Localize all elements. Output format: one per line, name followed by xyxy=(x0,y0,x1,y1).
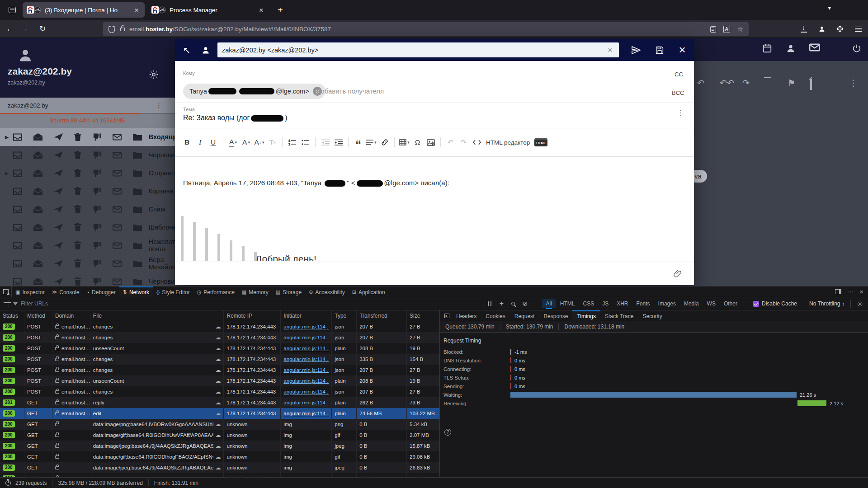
blockquote-button[interactable]: “ xyxy=(352,136,365,149)
devtools-tab[interactable]: {} Style Editor xyxy=(153,286,193,297)
table-row[interactable]: 200 GET data:image/gif;base64,R0lGODlhog… xyxy=(0,451,439,462)
sidebar-folder-item[interactable]: ▶ Отправленные ⋮ xyxy=(0,164,175,182)
source-editor-icon[interactable] xyxy=(470,136,483,149)
devtools-close-icon[interactable]: × xyxy=(859,288,863,296)
type-filter-pill[interactable]: All xyxy=(542,299,555,308)
bold-button[interactable]: B xyxy=(180,136,193,149)
initiator-link[interactable]: angular.min.js:114 … xyxy=(283,400,329,405)
column-header[interactable]: Type xyxy=(332,310,357,321)
devtools-tab[interactable]: ⊞ Application xyxy=(349,286,389,297)
power-icon[interactable] xyxy=(852,43,862,53)
menu-hamburger-icon[interactable] xyxy=(851,22,865,36)
font-color-button[interactable]: A▾ xyxy=(226,136,240,149)
sidebar-folder-item[interactable]: ▶ Вера Михайловна ⋮ xyxy=(0,254,175,272)
collapse-arrow-icon[interactable]: ↖ xyxy=(179,43,194,57)
table-row[interactable]: 200 POST email.host… changes☁ 178.172.17… xyxy=(0,332,439,343)
throttling-select[interactable]: No Throttling↕ xyxy=(809,300,844,307)
browser-tab[interactable]: (3) Входящие | Почта | Но × xyxy=(23,2,145,18)
table-button[interactable]: ▾ xyxy=(398,136,411,149)
table-row[interactable]: 201 GET email.host… reply☁ 178.172.174.2… xyxy=(0,397,439,408)
back-button[interactable]: ← xyxy=(3,22,17,36)
table-row[interactable]: 200 POST email.host… unseenCount☁ 178.17… xyxy=(0,343,439,354)
message-menu-kebab-icon[interactable]: ⋮ xyxy=(849,78,858,88)
sidebar-folder-item[interactable]: ▶ Входящие 3 ⋮ xyxy=(0,128,175,146)
details-tab[interactable]: Cookies xyxy=(481,310,509,321)
reply-icon[interactable]: ↶ xyxy=(697,78,704,88)
reader-view-icon[interactable] xyxy=(710,26,716,33)
extensions-puzzle-icon[interactable] xyxy=(833,22,847,36)
bcc-button[interactable]: BCC xyxy=(672,89,684,96)
link-button[interactable] xyxy=(378,136,391,149)
table-row[interactable]: 200 GET email.host… edit☁ 178.172.174.23… xyxy=(0,408,439,419)
mail-icon[interactable] xyxy=(809,43,820,52)
column-header[interactable]: File xyxy=(90,310,224,321)
initiator-link[interactable]: img xyxy=(283,454,292,460)
attach-paperclip-icon[interactable] xyxy=(673,269,682,279)
account-menu-kebab-icon[interactable]: ⋮ xyxy=(156,101,162,109)
chevron-right-icon[interactable]: ▶ xyxy=(0,135,9,140)
details-tab[interactable]: Response xyxy=(539,310,572,321)
flag-icon[interactable]: ⚑ xyxy=(788,78,795,88)
details-tab[interactable]: Timings xyxy=(572,310,600,321)
table-row[interactable]: 200 GET data:image/jpeg;base64,/9j/4AAQS… xyxy=(0,462,439,473)
details-tab[interactable]: Security xyxy=(638,310,666,321)
type-filter-pill[interactable]: Media xyxy=(680,299,703,308)
forward-button[interactable]: → xyxy=(17,22,32,36)
initiator-link[interactable]: angular.min.js:114 … xyxy=(283,389,329,394)
add-recipient-placeholder[interactable]: Добавить получателя xyxy=(316,87,384,95)
sidebar-folder-item[interactable]: ▶ Шаблоны ⋮ xyxy=(0,218,175,236)
initiator-link[interactable]: img xyxy=(283,432,292,438)
sidebar-folder-item[interactable]: ▶ Корзина ⋮ xyxy=(0,182,175,200)
devtools-tab[interactable]: ▦ Memory xyxy=(238,286,272,297)
column-header[interactable]: Initiator xyxy=(281,310,332,321)
toggle-panel-icon[interactable]: ▶ xyxy=(442,310,452,321)
devtools-tab[interactable]: ⇅ Network xyxy=(119,286,153,297)
account-button[interactable] xyxy=(815,22,829,36)
type-filter-pill[interactable]: Images xyxy=(655,299,679,308)
special-char-button[interactable]: Ω xyxy=(411,136,424,149)
initiator-link[interactable]: img xyxy=(283,443,292,449)
bookmark-star-icon[interactable]: ☆ xyxy=(737,25,743,33)
column-header[interactable]: Transferred xyxy=(357,310,407,321)
open-in-new-icon[interactable] xyxy=(810,80,812,89)
details-tab[interactable]: Stack Trace xyxy=(600,310,638,321)
type-filter-pill[interactable]: CSS xyxy=(580,299,598,308)
sidebar-folder-item[interactable]: ▶ Нежелательная почта ⋮ xyxy=(0,236,175,254)
translate-icon[interactable]: A xyxy=(723,26,730,33)
initiator-link[interactable]: angular.min.js:114 … xyxy=(283,346,329,351)
table-row[interactable]: 200 POST email.host… changes☁ 178.172.17… xyxy=(0,365,439,375)
initiator-link[interactable]: angular.min.js:114 … xyxy=(283,367,329,373)
redo-button[interactable]: ↷ xyxy=(457,136,470,149)
contacts-icon[interactable] xyxy=(786,43,796,53)
column-header[interactable]: Status xyxy=(0,310,24,321)
compose-body[interactable]: Пятница, Апрель 17, 2026 08:48 +03, "Tan… xyxy=(183,179,449,187)
align-button[interactable]: ▾ xyxy=(365,136,378,149)
save-draft-button[interactable] xyxy=(652,43,667,57)
sidebar-folder-item[interactable]: ▶ Спам ⋮ xyxy=(0,200,175,218)
calendar-icon[interactable] xyxy=(762,43,772,53)
url-bar[interactable]: email.hoster.by/SOGo/so/zakaz@202.by/Mai… xyxy=(103,22,749,36)
undo-button[interactable]: ↶ xyxy=(444,136,457,149)
lock-icon[interactable] xyxy=(120,28,125,31)
bullet-list-button[interactable] xyxy=(299,136,312,149)
recipient-chip[interactable]: Tanya @lge.com> × xyxy=(183,84,326,99)
tab-close-icon[interactable]: × xyxy=(257,6,265,14)
subject-options-kebab-icon[interactable]: ⋮ xyxy=(677,108,684,117)
pause-recording-icon[interactable] xyxy=(485,299,495,308)
reply-all-icon[interactable]: ↶↶ xyxy=(720,78,734,88)
column-header[interactable]: Remote IP xyxy=(224,310,281,321)
underline-button[interactable]: U xyxy=(207,136,220,149)
italic-button[interactable]: I xyxy=(193,136,207,149)
table-row[interactable]: 200 POST email.host… changes☁ 178.172.17… xyxy=(0,386,439,397)
initiator-link[interactable]: angular.min.js:114 … xyxy=(283,378,329,384)
pick-element-icon[interactable] xyxy=(0,286,12,297)
devtools-tab[interactable]: ≫ Console xyxy=(48,286,83,297)
contacts-person-icon[interactable] xyxy=(198,43,213,57)
initiator-link[interactable]: img xyxy=(283,422,292,427)
forward-icon[interactable]: ↷ xyxy=(742,78,750,88)
initiator-link[interactable]: angular.min.js:114 … xyxy=(283,357,329,362)
clear-format-button[interactable]: Tx xyxy=(266,136,279,149)
details-tab[interactable]: Headers xyxy=(452,310,481,321)
initiator-link[interactable]: angular.min.js:114 … xyxy=(283,324,329,329)
column-header[interactable]: Size xyxy=(407,310,439,321)
